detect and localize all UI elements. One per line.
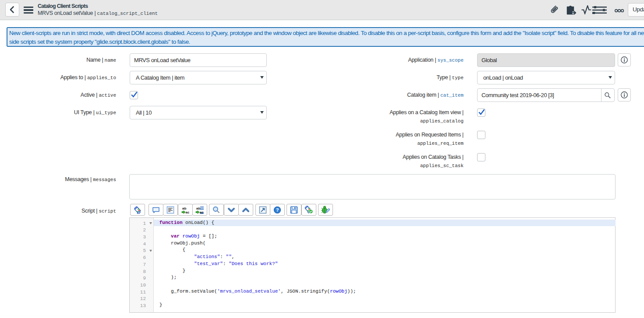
svg-text:ac: ac — [199, 210, 203, 214]
svg-text:ab: ab — [196, 206, 200, 210]
svg-text:ab: ab — [182, 206, 186, 210]
svg-text:ac: ac — [186, 210, 190, 214]
svg-text:?: ? — [276, 207, 279, 213]
